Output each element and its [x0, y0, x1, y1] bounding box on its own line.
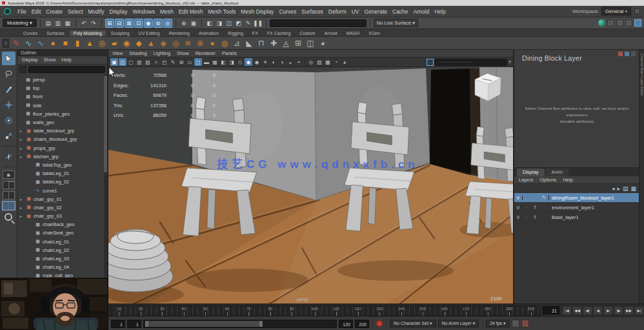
rotate-tool[interactable]: [2, 114, 15, 127]
shelf-item-extrude[interactable]: ⊿: [232, 38, 242, 48]
grid-icon[interactable]: ⊞: [177, 58, 185, 66]
shelf-item-smooth[interactable]: ◕: [317, 38, 328, 48]
layout-two-pane-button[interactable]: [3, 191, 15, 200]
outliner-item-persp[interactable]: ▤persp: [17, 76, 107, 84]
gate-mask-icon[interactable]: ▬: [203, 58, 210, 66]
layout-single-pane-button[interactable]: ◉: [3, 170, 15, 179]
layer-row-diningroom-blockout-layer1[interactable]: V✎diningRoom_blockout_layer1: [514, 193, 640, 203]
expand-toggle-icon[interactable]: ▸: [20, 154, 24, 159]
menu-mesh[interactable]: Mesh: [157, 7, 176, 16]
pause-icon[interactable]: ❚❚: [254, 19, 263, 28]
sidebar-toggle-attribute-editor[interactable]: [616, 19, 623, 26]
image-plane-icon[interactable]: ▧: [144, 58, 152, 66]
transport-play-backwards[interactable]: ◀: [593, 306, 603, 315]
live-surface-dropdown[interactable]: No Live Surface ▾: [374, 19, 418, 27]
menu-create[interactable]: Create: [43, 7, 65, 16]
move-layer-down-icon[interactable]: ▸: [617, 185, 620, 192]
menu-cache[interactable]: Cache: [390, 7, 411, 16]
shelf-item-soccer[interactable]: ●: [207, 38, 217, 48]
snap-point-icon[interactable]: ⊠: [125, 19, 134, 28]
layer-color-swatch[interactable]: ✎: [539, 195, 549, 200]
anim-layer-dropdown[interactable]: No Anim Layer ▾: [438, 320, 479, 327]
shelf-item-target-weld[interactable]: ◬: [281, 38, 291, 48]
transport-step-forward-frame[interactable]: ▶▶: [624, 306, 634, 315]
sidebar-toggle-channel-box[interactable]: [634, 19, 641, 26]
range-slider-bar-inner[interactable]: [145, 321, 263, 327]
redo-icon[interactable]: ↷: [89, 19, 98, 28]
outliner-menu-help[interactable]: Help: [61, 57, 71, 63]
use-all-lights-icon[interactable]: ☀: [261, 58, 269, 66]
move-layer-up-icon[interactable]: ◂: [612, 185, 615, 192]
expand-toggle-icon[interactable]: ▸: [20, 214, 24, 218]
shelf-tab-rendering[interactable]: Rendering: [165, 30, 194, 36]
snap-projected-center-icon[interactable]: ⊡: [134, 19, 143, 28]
layer-playback-cell[interactable]: ·: [523, 205, 531, 210]
paint-effects-icon[interactable]: ✎: [244, 19, 253, 28]
outliner-menu-show[interactable]: Show: [44, 57, 56, 63]
lasso-tool[interactable]: [2, 67, 15, 81]
fps-dropdown[interactable]: 24 fps ▾: [486, 320, 510, 327]
viewport-menu-show[interactable]: Show: [177, 50, 189, 56]
shelf-tab-xgen[interactable]: XGen: [365, 30, 384, 36]
shelf-item-helix[interactable]: ≋: [183, 38, 193, 48]
safe-action-icon[interactable]: ◧: [219, 58, 227, 66]
shelf-tab-animation[interactable]: Animation: [195, 30, 223, 36]
outliner-item-chairs-blockout-grp[interactable]: ▸▦chairs_blockout_grp: [17, 135, 107, 143]
shadows-icon[interactable]: ◐: [270, 58, 277, 66]
layout-four-pane-button[interactable]: [3, 181, 15, 189]
open-scene-icon[interactable]: ▥: [54, 19, 63, 28]
field-chart-icon[interactable]: ▦: [211, 58, 219, 66]
layer-menu-options[interactable]: Options: [540, 177, 557, 183]
layer-visibility-cell[interactable]: V: [514, 215, 523, 220]
maya-status-icon[interactable]: [4, 8, 11, 15]
undo-icon[interactable]: ↶: [79, 19, 88, 28]
outliner-item-walls-geo[interactable]: ▦walls_geo: [17, 118, 107, 127]
menu-generate[interactable]: Generate: [362, 7, 390, 16]
shelf-tab-surfaces[interactable]: Surfaces: [43, 30, 68, 36]
isolate-select-icon[interactable]: ◎: [307, 58, 315, 66]
shelf-tab-poly-modeling[interactable]: Poly Modeling: [70, 30, 106, 36]
current-frame-field[interactable]: 21: [543, 306, 559, 315]
range-end-handle[interactable]: [259, 321, 263, 327]
menu-display[interactable]: Display: [107, 7, 130, 16]
outliner-item-chairleg-04[interactable]: ▦chairLeg_04: [17, 263, 107, 271]
menu-uv[interactable]: UV: [349, 7, 362, 16]
xray-icon[interactable]: ▨: [316, 58, 323, 66]
outliner-item-chair-grp-01[interactable]: ▸▦chair_grp_01: [17, 195, 107, 203]
shelf-item-cone[interactable]: ▲: [85, 38, 95, 48]
menu-windows[interactable]: Windows: [130, 7, 157, 16]
exposure-icon[interactable]: ◔: [332, 58, 340, 66]
transport-go-to-start[interactable]: |◀: [562, 306, 572, 315]
shelf-item-pyramid[interactable]: ▲: [146, 38, 156, 48]
viewport-status-field[interactable]: ···························: [435, 59, 507, 66]
layer-tab-anim[interactable]: Anim: [546, 169, 569, 176]
viewport-menu-lighting[interactable]: Lighting: [154, 50, 170, 56]
new-scene-icon[interactable]: ▤: [44, 19, 53, 28]
grease-pencil-icon[interactable]: ✎: [169, 58, 177, 66]
multisample-icon[interactable]: ◓: [295, 58, 303, 66]
last-tool-slot[interactable]: [2, 150, 15, 163]
magnifier-icon[interactable]: [5, 213, 12, 221]
outliner-item-floor-planks-geo[interactable]: ▦floor_planks_geo: [17, 110, 107, 118]
filter-icon[interactable]: [19, 66, 26, 73]
shelf-item-cylinder[interactable]: ▮: [72, 38, 83, 48]
shelf-tab-fx-caching[interactable]: FX Caching: [263, 30, 295, 36]
channel-mini-icon-gray[interactable]: [631, 52, 636, 56]
tab-channel-box-layer-editor[interactable]: Channel Box / Layer Editor: [640, 54, 644, 96]
shelf-tab-curves[interactable]: Curves: [19, 30, 41, 36]
expand-toggle-icon[interactable]: ▸: [20, 137, 24, 141]
menu-edit[interactable]: Edit: [29, 7, 44, 16]
shelf-tab-rigging[interactable]: Rigging: [224, 30, 247, 36]
menu-deform[interactable]: Deform: [326, 7, 349, 16]
transport-step-back-key[interactable]: ◀|: [583, 306, 592, 315]
viewport-menu-panels[interactable]: Panels: [222, 50, 237, 56]
auto-keyframe-icon[interactable]: [376, 320, 383, 327]
viewport-menu-shading[interactable]: Shading: [129, 50, 147, 56]
transport-step-forward-key[interactable]: |▶: [614, 306, 623, 315]
outliner-item-top[interactable]: ▤top: [17, 84, 107, 92]
transport-go-to-end[interactable]: ▶|: [634, 306, 644, 315]
menu-surfaces[interactable]: Surfaces: [299, 7, 326, 16]
textured-icon[interactable]: ◉: [253, 58, 261, 66]
outliner-item-chairleg-02[interactable]: ▦chairLeg_02: [17, 246, 107, 254]
film-gate-icon[interactable]: ▭: [186, 58, 194, 66]
